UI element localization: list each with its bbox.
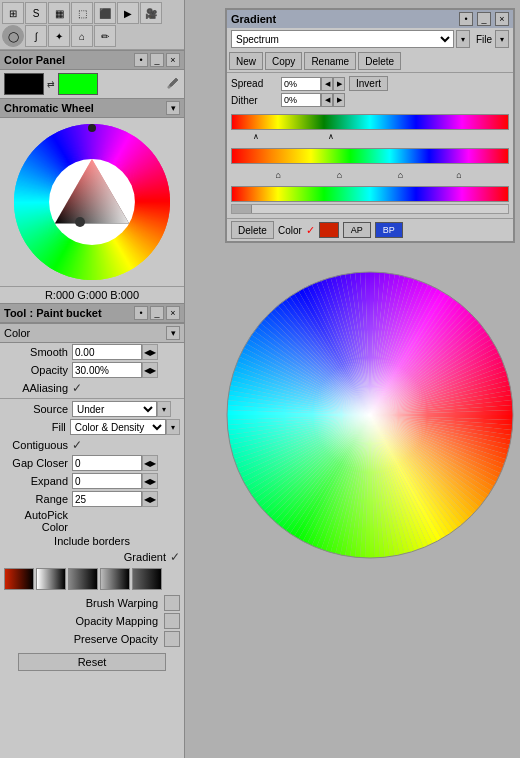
smooth-label: Smooth [4,346,72,358]
source-row: Source Under ▾ [0,400,184,418]
opacity-arrow[interactable]: ◀▶ [142,362,158,378]
opacity-label: Opacity [4,364,72,376]
handle-2[interactable]: ∧ [328,132,334,141]
color-check-mark: ✓ [306,224,315,237]
tool-icon-2[interactable]: S [25,2,47,24]
color-panel-dot-btn[interactable]: • [134,53,148,67]
grad-swatch-5[interactable] [132,568,162,590]
gradient-close-btn[interactable]: × [495,12,509,26]
color-wheel-canvas[interactable] [12,122,172,282]
fill-select[interactable]: Color & Density [70,419,167,435]
color-wheel-container[interactable] [12,122,172,282]
color-swatch-ap[interactable]: AP [343,222,371,238]
opacity-mapping-box[interactable] [164,613,180,629]
range-input[interactable] [72,491,142,507]
gradient-check[interactable]: ✓ [170,550,180,564]
contiguous-check[interactable]: ✓ [72,438,82,452]
spread-left-arrow[interactable]: ◀ [321,77,333,91]
color-panel-close-btn[interactable]: × [166,53,180,67]
swap-icon[interactable]: ⇄ [47,79,55,89]
handle-icon-4[interactable]: ⌂ [456,170,461,180]
reset-button[interactable]: Reset [18,653,165,671]
tool-icon-pencil[interactable]: ✏ [94,25,116,47]
copy-button[interactable]: Copy [265,52,302,70]
tool-icon-7[interactable]: 🎥 [140,2,162,24]
color-sub-expand[interactable]: ▾ [166,326,180,340]
range-arrow[interactable]: ◀▶ [142,491,158,507]
color-panel-min-btn[interactable]: _ [150,53,164,67]
invert-button[interactable]: Invert [349,76,388,91]
smooth-arrow[interactable]: ◀▶ [142,344,158,360]
gradient-min-btn[interactable]: _ [477,12,491,26]
aaliasing-check[interactable]: ✓ [72,381,82,395]
background-swatch[interactable] [58,73,98,95]
tool-panel-close-btn[interactable]: × [166,306,180,320]
grad-bar-spectrum[interactable] [231,186,509,202]
tool-icon-4[interactable]: ⬚ [71,2,93,24]
tool-icon-5[interactable]: ⬛ [94,2,116,24]
dither-left-arrow[interactable]: ◀ [321,93,333,107]
tool-icon-curve[interactable]: ∫ [25,25,47,47]
tool-icon-magic[interactable]: ⌂ [71,25,93,47]
grad-bar-rainbow-1[interactable] [231,114,509,130]
file-dropdown-arrow[interactable]: ▾ [495,30,509,48]
foreground-swatch[interactable] [4,73,44,95]
file-label: File [476,34,492,45]
delete-top-button[interactable]: Delete [358,52,401,70]
handle-1[interactable]: ∧ [253,132,259,141]
expand-arrow[interactable]: ◀▶ [142,473,158,489]
handle-icon-3[interactable]: ⌂ [398,170,403,180]
svg-point-0 [168,86,171,89]
tool-icon-1[interactable]: ⊞ [2,2,24,24]
dither-right-arrow[interactable]: ▶ [333,93,345,107]
spread-input[interactable] [281,77,321,91]
chromatic-wheel-expand-btn[interactable]: ▾ [166,101,180,115]
gap-closer-arrow[interactable]: ◀▶ [142,455,158,471]
source-select[interactable]: Under [72,401,157,417]
fill-label: Fill [4,421,70,433]
opacity-input[interactable] [72,362,142,378]
color-picker-icon[interactable] [166,76,180,92]
large-color-wheel-canvas[interactable] [225,270,515,560]
rgb-display: R:000 G:000 B:000 [0,286,184,303]
color-sub-header: Color ▾ [0,323,184,343]
handle-icon-2[interactable]: ⌂ [337,170,342,180]
tool-icon-circle[interactable]: ◯ [2,25,24,47]
tool-panel-min-btn[interactable]: _ [150,306,164,320]
fill-arrow[interactable]: ▾ [166,419,180,435]
color-swatch-red[interactable] [319,222,339,238]
grad-swatch-2[interactable] [36,568,66,590]
delete-bottom-button[interactable]: Delete [231,221,274,239]
source-label: Source [4,403,72,415]
grad-swatch-1[interactable] [4,568,34,590]
expand-input[interactable] [72,473,142,489]
grad-bar-3-row [231,186,509,202]
handle-icon-1[interactable]: ⌂ [275,170,280,180]
brush-warping-box[interactable] [164,595,180,611]
grad-scroll-thumb[interactable] [232,205,252,213]
grad-swatch-4[interactable] [100,568,130,590]
color-sub-title: Color [4,327,30,339]
grad-bar-rainbow-2[interactable] [231,148,509,164]
smooth-input[interactable] [72,344,142,360]
preserve-opacity-row: Preserve Opacity [4,630,180,648]
new-button[interactable]: New [229,52,263,70]
source-arrow[interactable]: ▾ [157,401,171,417]
rename-button[interactable]: Rename [304,52,356,70]
preserve-opacity-box[interactable] [164,631,180,647]
spectrum-dropdown-arrow[interactable]: ▾ [456,30,470,48]
spread-right-arrow[interactable]: ▶ [333,77,345,91]
color-swatch-bp[interactable]: BP [375,222,403,238]
gap-closer-input[interactable] [72,455,142,471]
spectrum-select[interactable]: Spectrum [231,30,454,48]
tool-icon-6[interactable]: ▶ [117,2,139,24]
tool-icon-3[interactable]: ▦ [48,2,70,24]
smooth-row: Smooth ◀▶ [0,343,184,361]
dither-input[interactable] [281,93,321,107]
grad-scrollbar[interactable] [231,204,509,214]
tool-panel-dot-btn[interactable]: • [134,306,148,320]
tool-icon-path[interactable]: ✦ [48,25,70,47]
gradient-dot-btn[interactable]: • [459,12,473,26]
include-borders-label: Include borders [54,535,130,547]
grad-swatch-3[interactable] [68,568,98,590]
